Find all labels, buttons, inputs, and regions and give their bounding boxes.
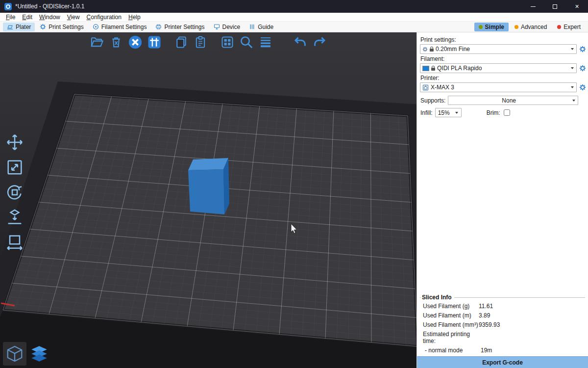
plater-icon	[7, 24, 13, 30]
filament-label: Filament:	[420, 55, 588, 62]
place-on-face-button[interactable]	[4, 207, 25, 228]
tab-filament-settings[interactable]: Filament Settings	[89, 23, 151, 31]
delete-button[interactable]	[109, 35, 123, 50]
menu-configuration[interactable]: Configuration	[83, 13, 125, 21]
tab-label: Filament Settings	[101, 24, 147, 30]
close-button[interactable]: ×	[566, 0, 588, 13]
supports-value: None	[450, 97, 567, 104]
paste-icon	[194, 35, 207, 49]
expert-mode-dot-icon	[557, 25, 561, 29]
tab-printer-settings[interactable]: Printer Settings	[151, 23, 208, 31]
undo-button[interactable]	[293, 35, 308, 50]
tab-label: Print Settings	[49, 24, 83, 30]
arrange-button[interactable]	[147, 35, 162, 50]
rotate-icon	[5, 183, 24, 202]
filament-value: QIDI PLA Rapido	[437, 65, 566, 72]
mode-switcher: Simple Advanced Expert	[474, 23, 585, 31]
menu-window[interactable]: Window	[36, 13, 64, 21]
mode-expert[interactable]: Expert	[553, 23, 585, 31]
filament-gear-button[interactable]	[578, 65, 587, 72]
filament-color-swatch	[422, 66, 429, 71]
infill-combo[interactable]: 15%	[435, 108, 462, 117]
viewport-3d-scene[interactable]	[0, 32, 416, 368]
maximize-button[interactable]	[544, 0, 566, 13]
model-cube[interactable]	[188, 158, 229, 214]
delete-icon	[109, 35, 123, 49]
tab-plater[interactable]: Plater	[3, 23, 35, 31]
place-on-face-icon	[5, 208, 24, 227]
supports-combo[interactable]: None	[448, 96, 578, 105]
measure-button[interactable]	[4, 232, 25, 253]
maximize-icon	[553, 4, 557, 9]
split-button[interactable]	[220, 35, 235, 50]
undo-icon	[293, 34, 308, 50]
lock-icon	[430, 49, 434, 52]
tab-device[interactable]: Device	[210, 23, 245, 31]
filament-combo[interactable]: QIDI PLA Rapido	[420, 63, 577, 73]
filament-spool-icon	[93, 24, 99, 30]
tab-guide[interactable]: Guide	[245, 23, 277, 31]
mode-label: Expert	[564, 24, 581, 30]
tab-label: Plater	[16, 24, 31, 30]
sliced-info-row: Estimated printing time:	[420, 329, 585, 345]
window-controls: ×	[522, 0, 588, 13]
printer-combo[interactable]: X-MAX 3	[420, 82, 577, 92]
gear-icon	[579, 84, 586, 91]
title-bar: *Untitled - QIDISlicer-1.0.1 ×	[0, 0, 588, 13]
redo-button[interactable]	[312, 35, 327, 50]
menu-file[interactable]: File	[2, 13, 19, 21]
app-logo-icon	[4, 3, 12, 10]
split-icon	[220, 35, 234, 49]
tab-label: Printer Settings	[164, 24, 204, 30]
printer-icon	[155, 24, 162, 30]
mode-simple[interactable]: Simple	[474, 23, 509, 31]
chevron-down-icon	[569, 96, 578, 105]
scale-button[interactable]	[4, 157, 25, 178]
infill-value: 15%	[438, 109, 453, 116]
sliced-info-row: Used Filament (g) 11.61	[420, 301, 585, 311]
minimize-button[interactable]	[522, 0, 544, 13]
tab-print-settings[interactable]: Print Settings	[36, 23, 87, 31]
print-settings-value: 0.20mm Fine	[436, 46, 566, 53]
preview-view-icon	[30, 344, 49, 363]
preview-view-button[interactable]	[27, 342, 51, 366]
supports-label: Supports:	[420, 97, 445, 104]
printer-gear-button[interactable]	[578, 84, 587, 91]
3d-viewport[interactable]	[0, 32, 416, 368]
window-title: *Untitled - QIDISlicer-1.0.1	[15, 3, 84, 10]
variable-layer-height-button[interactable]	[258, 35, 273, 50]
copy-button[interactable]	[174, 35, 189, 50]
search-icon	[239, 35, 254, 50]
lock-icon	[431, 68, 435, 71]
chevron-down-icon	[453, 108, 461, 117]
delete-all-icon	[128, 35, 143, 50]
chevron-down-icon	[568, 64, 576, 73]
paste-button[interactable]	[193, 35, 208, 50]
search-button[interactable]	[239, 35, 254, 50]
menu-help[interactable]: Help	[125, 13, 144, 21]
menu-bar: File Edit Window View Configuration Help	[0, 13, 588, 22]
move-icon	[5, 132, 24, 152]
printer-icon	[422, 84, 429, 91]
rotate-button[interactable]	[4, 182, 25, 203]
minimize-icon	[531, 6, 536, 7]
sliced-info-title: Sliced Info	[421, 294, 454, 301]
move-button[interactable]	[4, 131, 25, 153]
open-button[interactable]	[90, 35, 104, 50]
export-gcode-button[interactable]: Export G-code	[417, 356, 588, 368]
print-settings-gear-button[interactable]	[578, 46, 587, 53]
mode-advanced[interactable]: Advanced	[510, 23, 551, 31]
close-icon: ×	[575, 3, 579, 10]
menu-edit[interactable]: Edit	[19, 13, 36, 21]
sliced-info-row: - normal mode 19m	[420, 345, 585, 355]
menu-view[interactable]: View	[64, 13, 83, 21]
guide-icon	[249, 24, 255, 30]
brim-checkbox[interactable]	[504, 109, 510, 116]
print-settings-combo[interactable]: 0.20mm Fine	[420, 44, 577, 54]
delete-all-button[interactable]	[128, 35, 143, 50]
arrange-icon	[147, 35, 162, 50]
advanced-mode-dot-icon	[514, 25, 518, 29]
mode-label: Simple	[485, 24, 504, 30]
sliced-info-panel: Sliced Info Used Filament (g) 11.61 Used…	[420, 294, 585, 355]
3d-editor-view-button[interactable]	[3, 342, 26, 366]
